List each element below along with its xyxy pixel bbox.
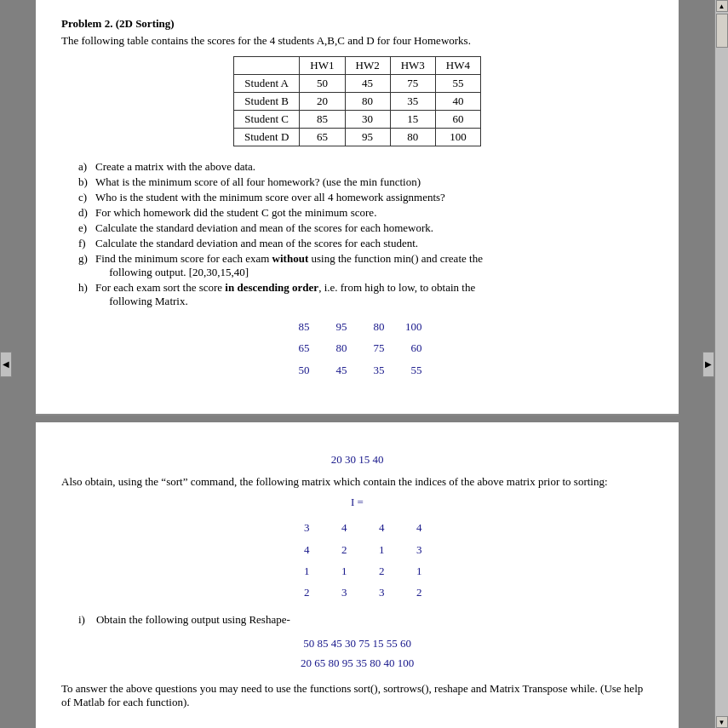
student-c-hw4: 60: [435, 111, 480, 129]
i-r4c4: 2: [405, 582, 422, 602]
r1c4: 30: [345, 637, 356, 650]
task-g: g) Find the minimum score for each exam …: [78, 252, 653, 279]
task-f-label: f): [78, 237, 95, 250]
i-r1c2: 4: [330, 518, 347, 537]
student-a-hw2: 45: [345, 75, 390, 93]
matrix-i-row1: 3 4 4 4: [61, 518, 653, 537]
r2c7: 40: [383, 656, 394, 669]
task-c: c) Who is the student with the minimum s…: [78, 191, 653, 204]
task-a-text: Create a matrix with the above data.: [95, 160, 255, 174]
student-a-hw1: 50: [300, 75, 345, 93]
r2c1: 20: [301, 656, 312, 669]
student-c-hw1: 85: [300, 111, 345, 129]
matrix-i-output: 3 4 4 4 4 2 1 3 1 1 2 1 2 3 3 2: [61, 518, 653, 603]
matrix-h-row1: 85 95 80 100: [61, 317, 653, 336]
student-c-hw3: 15: [390, 111, 435, 129]
task-list: a) Create a matrix with the above data. …: [78, 160, 653, 308]
task-h-bold: in descending order: [225, 281, 318, 294]
reshape-row1: 50 85 45 30 75 15 55 60: [61, 633, 653, 653]
task-e: e) Calculate the standard deviation and …: [78, 221, 653, 235]
student-d-label: Student D: [233, 129, 299, 146]
student-b-label: Student B: [233, 93, 299, 111]
h-r3c2: 45: [330, 360, 347, 380]
i-r1c3: 4: [368, 518, 385, 537]
col-hw3: HW3: [390, 57, 435, 75]
task-d-text: For which homework did the student C got…: [95, 206, 376, 220]
h-r1c2: 95: [330, 317, 347, 336]
h-r1c1: 85: [293, 317, 310, 336]
scrollbar-right[interactable]: ▲ ▼: [714, 0, 728, 728]
student-b-hw4: 40: [435, 93, 480, 111]
student-a-hw3: 75: [390, 75, 435, 93]
h-r1c4: 100: [405, 317, 422, 336]
r1c1: 50: [303, 637, 314, 650]
scroll-up-arrow[interactable]: ▲: [716, 0, 728, 12]
reshape-output: 50 85 45 30 75 15 55 60 20 65 80 95 35 8…: [61, 633, 653, 674]
student-d-hw2: 95: [345, 129, 390, 146]
homework-table: HW1 HW2 HW3 HW4 Student A 50 45 75 55 St…: [233, 56, 481, 146]
task-g-label: g): [78, 252, 95, 266]
r2c3: 80: [328, 656, 339, 669]
bottom-numbers: 20 30 15 40: [61, 453, 653, 467]
task-b-label: b): [78, 175, 95, 189]
i-r4c3: 3: [368, 582, 385, 602]
task-c-label: c): [78, 191, 95, 204]
task-h-label: h): [78, 281, 95, 295]
student-c-hw2: 30: [345, 111, 390, 129]
task-d-label: d): [78, 206, 95, 220]
student-b-hw1: 20: [300, 93, 345, 111]
reshape-row2: 20 65 80 95 35 80 40 100: [61, 653, 653, 673]
col-hw1: HW1: [300, 57, 345, 75]
i-r4c2: 3: [330, 582, 347, 602]
task-e-text: Calculate the standard deviation and mea…: [95, 221, 433, 235]
i-r1c1: 3: [293, 518, 310, 537]
i-equals: I =: [61, 496, 653, 509]
task-c-text: Who is the student with the minimum scor…: [95, 191, 445, 204]
i-r4c1: 2: [293, 582, 310, 602]
h-r2c2: 80: [330, 338, 347, 358]
h-r3c1: 50: [293, 360, 310, 380]
i-r3c3: 2: [368, 561, 385, 581]
h-r2c4: 60: [405, 338, 422, 358]
scroll-down-arrow[interactable]: ▼: [716, 716, 728, 728]
r1c7: 55: [387, 637, 398, 650]
task-e-label: e): [78, 221, 95, 235]
r2c6: 80: [370, 656, 381, 669]
r2c4: 95: [342, 656, 353, 669]
problem-intro: The following table contains the scores …: [61, 34, 653, 48]
left-arrow[interactable]: ◀: [0, 352, 12, 377]
col-hw2: HW2: [345, 57, 390, 75]
matrix-h-row2: 65 80 75 60: [61, 338, 653, 358]
student-b-hw3: 35: [390, 93, 435, 111]
page-top: Problem 2. (2D Sorting) The following ta…: [36, 0, 679, 416]
table-row: Student D 65 95 80 100: [233, 129, 480, 146]
task-h: h) For each exam sort the score in desce…: [78, 281, 653, 308]
task-b-text: What is the minimum score of all four ho…: [95, 175, 421, 189]
footer-text: To answer the above questions you may ne…: [61, 682, 653, 709]
task-d: d) For which homework did the student C …: [78, 206, 653, 220]
r2c5: 35: [356, 656, 367, 669]
task-g-bold: without: [272, 252, 309, 265]
r2c8: 100: [398, 656, 415, 669]
i-r1c4: 4: [405, 518, 422, 537]
r1c3: 45: [331, 637, 342, 650]
matrix-i-row3: 1 1 2 1: [61, 561, 653, 581]
student-d-hw1: 65: [300, 129, 345, 146]
task-a: a) Create a matrix with the above data.: [78, 160, 653, 174]
bottom-para1: Also obtain, using the “sort” command, t…: [61, 475, 653, 489]
task-g-text: Find the minimum score for each exam wit…: [95, 252, 483, 279]
task-i-list: i) Obtain the following output using Res…: [78, 613, 653, 627]
task-f-text: Calculate the standard deviation and mea…: [95, 237, 418, 250]
scroll-thumb[interactable]: [716, 14, 728, 48]
h-r2c1: 65: [293, 338, 310, 358]
r1c6: 15: [372, 637, 383, 650]
student-a-label: Student A: [233, 75, 299, 93]
right-arrow-mid[interactable]: ▶: [702, 352, 714, 377]
r1c5: 75: [358, 637, 370, 650]
i-r3c2: 1: [330, 561, 347, 581]
r2c2: 65: [314, 656, 325, 669]
student-c-label: Student C: [233, 111, 299, 129]
student-b-hw2: 80: [345, 93, 390, 111]
i-r3c4: 1: [405, 561, 422, 581]
matrix-h-row3: 50 45 35 55: [61, 360, 653, 380]
